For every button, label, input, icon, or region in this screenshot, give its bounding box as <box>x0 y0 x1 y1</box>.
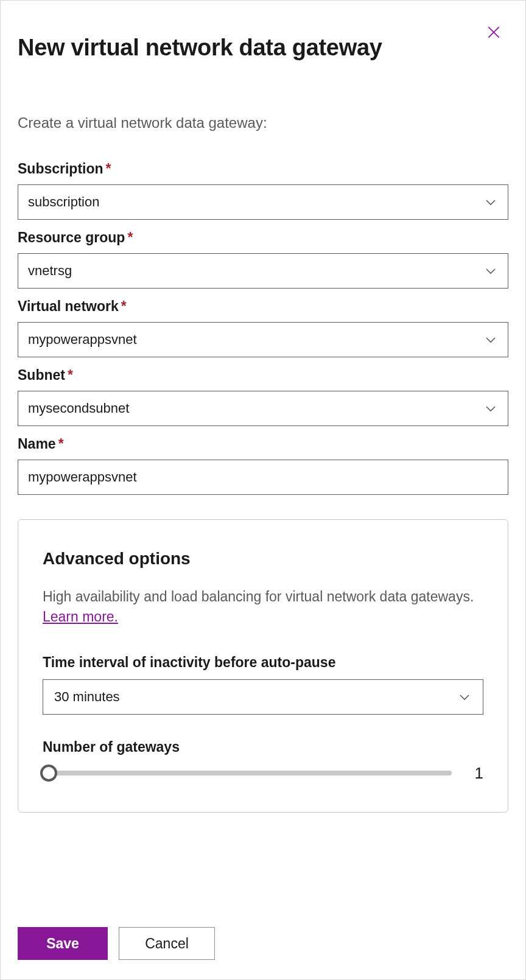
required-marker: * <box>106 161 111 177</box>
field-name: Name* <box>18 436 508 495</box>
field-subscription: Subscription* subscription <box>18 161 508 220</box>
time-interval-label: Time interval of inactivity before auto-… <box>43 654 483 671</box>
chevron-down-icon <box>483 264 498 278</box>
chevron-down-icon <box>483 332 498 347</box>
subnet-dropdown[interactable]: mysecondsubnet <box>18 391 508 426</box>
advanced-desc-text: High availability and load balancing for… <box>43 589 474 604</box>
subscription-label: Subscription* <box>18 161 508 177</box>
virtual-network-label: Virtual network* <box>18 298 508 315</box>
gateways-label: Number of gateways <box>43 739 483 755</box>
label-text: Subnet <box>18 367 65 383</box>
advanced-description: High availability and load balancing for… <box>43 587 483 628</box>
panel-title: New virtual network data gateway <box>18 35 508 61</box>
subscription-dropdown[interactable]: subscription <box>18 184 508 220</box>
gateways-value: 1 <box>466 764 483 783</box>
advanced-options-card: Advanced options High availability and l… <box>18 519 508 813</box>
virtual-network-dropdown[interactable]: mypowerappsvnet <box>18 322 508 357</box>
learn-more-link[interactable]: Learn more. <box>43 609 118 625</box>
field-virtual-network: Virtual network* mypowerappsvnet <box>18 298 508 357</box>
cancel-button[interactable]: Cancel <box>119 927 215 960</box>
label-text: Resource group <box>18 229 125 245</box>
virtual-network-value: mypowerappsvnet <box>28 332 137 348</box>
resource-group-label: Resource group* <box>18 229 508 246</box>
field-subnet: Subnet* mysecondsubnet <box>18 367 508 426</box>
required-marker: * <box>68 367 73 383</box>
footer-actions: Save Cancel <box>18 927 215 960</box>
gateways-slider-row: 1 <box>43 764 483 783</box>
save-button[interactable]: Save <box>18 927 108 960</box>
close-button[interactable] <box>484 24 503 43</box>
label-text: Subscription <box>18 161 103 177</box>
required-marker: * <box>58 436 64 452</box>
new-gateway-panel: New virtual network data gateway Create … <box>1 1 525 830</box>
chevron-down-icon <box>457 690 472 704</box>
subnet-value: mysecondsubnet <box>28 401 129 416</box>
time-interval-value: 30 minutes <box>54 689 120 705</box>
name-label: Name* <box>18 436 508 452</box>
chevron-down-icon <box>483 195 498 209</box>
close-icon <box>486 24 502 43</box>
label-text: Virtual network <box>18 298 119 314</box>
panel-subtitle: Create a virtual network data gateway: <box>18 114 508 131</box>
subnet-label: Subnet* <box>18 367 508 383</box>
label-text: Name <box>18 436 56 452</box>
required-marker: * <box>127 229 133 245</box>
subscription-value: subscription <box>28 194 99 210</box>
resource-group-dropdown[interactable]: vnetrsg <box>18 253 508 289</box>
advanced-title: Advanced options <box>43 549 483 569</box>
gateways-slider[interactable] <box>43 771 452 775</box>
slider-thumb[interactable] <box>40 765 57 782</box>
time-interval-dropdown[interactable]: 30 minutes <box>43 679 483 715</box>
resource-group-value: vnetrsg <box>28 263 72 279</box>
name-input[interactable] <box>18 460 508 495</box>
chevron-down-icon <box>483 401 498 416</box>
field-resource-group: Resource group* vnetrsg <box>18 229 508 289</box>
required-marker: * <box>121 298 127 314</box>
